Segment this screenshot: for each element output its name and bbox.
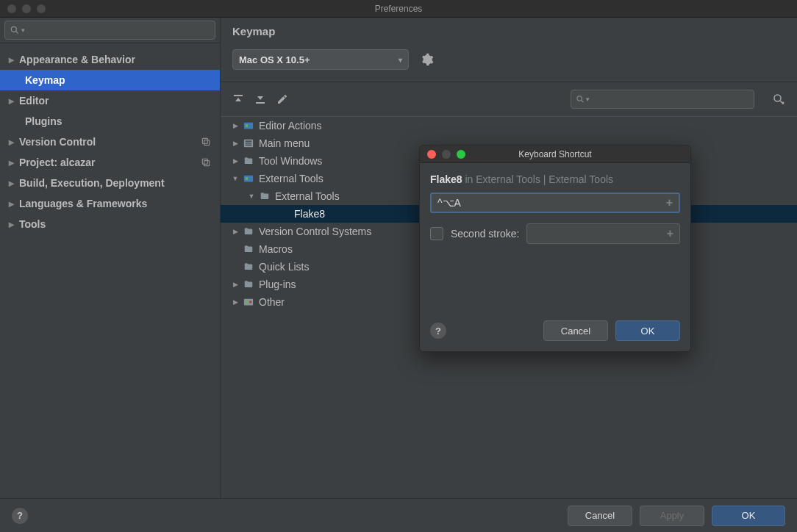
action-tree-label: Quick Lists [259, 261, 309, 273]
page-title: Keymap [221, 18, 797, 43]
action-tree-label: Main menu [259, 137, 310, 149]
edit-shortcut-button[interactable] [276, 93, 288, 105]
sidebar-item-version-control[interactable]: ▸Version Control [0, 132, 220, 152]
chevron-down-icon: ▾ [21, 26, 25, 34]
second-stroke-input[interactable]: + [526, 223, 680, 244]
sidebar-item-label: Editor [19, 95, 49, 107]
dialog-action-context: in External Tools | External Tools [462, 173, 613, 185]
ok-button[interactable]: OK [712, 506, 785, 526]
svg-point-22 [249, 301, 252, 303]
dialog-cancel-button[interactable]: Cancel [543, 320, 608, 341]
folder-icon [243, 244, 254, 254]
expand-all-button[interactable] [232, 93, 244, 105]
action-tree-label: Version Control Systems [259, 226, 371, 237]
sidebar-item-plugins[interactable]: Plugins [0, 111, 220, 132]
sidebar-item-editor[interactable]: ▸Editor [0, 90, 220, 111]
svg-line-9 [582, 101, 584, 103]
chevron-down-icon: ▾ [586, 96, 590, 103]
add-shortcut-icon[interactable]: + [667, 227, 673, 240]
project-scope-icon [201, 137, 211, 147]
folder-icon [243, 279, 254, 290]
expand-arrow-icon: ▶ [231, 140, 240, 147]
settings-search[interactable]: ▾ [4, 21, 215, 40]
search-icon [10, 25, 20, 35]
expand-arrow-icon: ▶ [231, 228, 240, 235]
svg-point-21 [246, 301, 249, 303]
action-search-input[interactable] [594, 94, 749, 105]
collapse-all-icon [254, 93, 266, 105]
sidebar-item-label: Project: alcazar [19, 157, 96, 168]
sidebar-item-label: Keymap [25, 74, 65, 86]
project-scope-icon [201, 157, 211, 168]
minimize-window-button[interactable] [22, 4, 31, 13]
expand-arrow-icon: ▼ [231, 175, 240, 182]
folder-icon [243, 156, 254, 166]
expand-arrow-icon: ▶ [231, 281, 240, 288]
action-tree-label: External Tools [275, 190, 340, 202]
svg-rect-6 [234, 95, 243, 96]
keyboard-shortcut-dialog: Keyboard Shortcut Flake8 in External Too… [419, 145, 691, 352]
second-stroke-label: Second stroke: [451, 228, 519, 240]
sidebar-item-keymap[interactable]: Keymap [0, 70, 220, 90]
second-stroke-checkbox[interactable] [430, 227, 443, 240]
sidebar-item-languages-frameworks[interactable]: ▸Languages & Frameworks [0, 193, 220, 214]
action-search[interactable]: ▾ [571, 90, 754, 109]
sidebar-item-build-execution-deployment[interactable]: ▸Build, Execution, Deployment [0, 173, 220, 193]
sidebar-item-label: Version Control [19, 136, 96, 148]
dialog-ok-button[interactable]: OK [615, 320, 680, 341]
keymap-scheme-select[interactable]: Mac OS X 10.5+ ▾ [232, 49, 409, 70]
svg-rect-15 [246, 141, 252, 142]
module-icon [243, 173, 254, 184]
apply-button[interactable]: Apply [640, 506, 704, 526]
settings-search-input[interactable] [29, 25, 210, 36]
sidebar-item-label: Tools [19, 218, 46, 230]
sidebar-item-appearance-behavior[interactable]: ▸Appearance & Behavior [0, 49, 220, 70]
collapse-all-button[interactable] [254, 93, 266, 105]
window-titlebar: Preferences [0, 0, 797, 18]
dialog-help-button[interactable]: ? [430, 323, 446, 339]
expand-arrow-icon: ▸ [7, 218, 15, 230]
svg-rect-7 [256, 102, 265, 104]
action-tree-label: Macros [259, 243, 293, 255]
dialog-action-path: Flake8 in External Tools | External Tool… [430, 173, 680, 185]
svg-rect-13 [246, 124, 249, 127]
action-tree-row[interactable]: ▶Editor Actions [221, 117, 797, 134]
folder-icon [243, 226, 254, 237]
zoom-window-button[interactable] [37, 4, 46, 13]
sidebar-item-label: Appearance & Behavior [19, 54, 135, 65]
expand-arrow-icon: ▶ [231, 122, 240, 129]
svg-point-8 [577, 96, 582, 101]
window-controls [0, 4, 46, 13]
help-button[interactable]: ? [12, 508, 28, 524]
svg-rect-2 [202, 138, 207, 143]
keymap-settings-button[interactable] [421, 53, 434, 66]
first-stroke-input[interactable]: ^⌥A + [430, 193, 680, 213]
svg-rect-17 [246, 145, 252, 145]
dialog-button-bar: ? Cancel Apply OK [0, 498, 797, 532]
expand-all-icon [232, 93, 244, 105]
sidebar-item-project-alcazar[interactable]: ▸Project: alcazar [0, 152, 220, 173]
add-shortcut-icon[interactable]: + [666, 196, 673, 209]
close-window-button[interactable] [7, 4, 16, 13]
expand-arrow-icon: ▸ [7, 136, 15, 148]
dialog-minimize-button [442, 150, 451, 159]
chevron-down-icon: ▾ [398, 56, 402, 64]
first-stroke-value: ^⌥A [437, 197, 461, 209]
sidebar-item-tools[interactable]: ▸Tools [0, 214, 220, 234]
dialog-zoom-button[interactable] [457, 150, 465, 159]
dialog-close-button[interactable] [427, 150, 436, 159]
dialog-window-controls [420, 150, 465, 159]
svg-rect-4 [202, 159, 207, 164]
expand-arrow-icon: ▶ [231, 298, 240, 306]
cancel-button[interactable]: Cancel [568, 506, 632, 526]
svg-rect-16 [246, 143, 252, 143]
window-title: Preferences [0, 4, 797, 14]
keymap-scheme-value: Mac OS X 10.5+ [239, 54, 310, 65]
dialog-titlebar: Keyboard Shortcut [420, 145, 690, 163]
expand-arrow-icon: ▸ [7, 157, 15, 168]
expand-arrow-icon: ▼ [247, 193, 256, 200]
find-action-by-shortcut-button[interactable] [772, 93, 785, 106]
expand-arrow-icon: ▸ [7, 177, 15, 189]
action-tree-label: Editor Actions [259, 120, 322, 132]
svg-rect-3 [204, 140, 210, 145]
